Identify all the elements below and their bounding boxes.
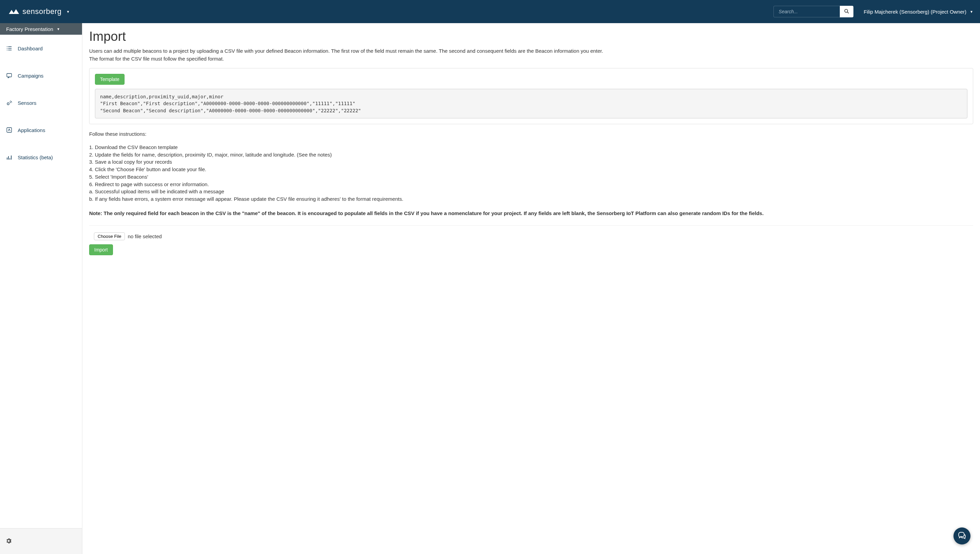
sidebar-item-label: Sensors [18,100,37,106]
sidebar-item-sensors[interactable]: Sensors [0,89,82,116]
sidebar-item-label: Dashboard [18,46,43,51]
caret-down-icon: ▼ [56,27,60,31]
search-icon [844,9,849,14]
search-input[interactable] [773,6,840,18]
search-group [773,6,853,18]
instructions-note: Note: The only required field for each b… [89,210,973,217]
brand-name: sensorberg [22,7,62,16]
intro-text: Users can add multiple beacons to a proj… [89,47,973,63]
file-input-row: Choose File no file selected [94,232,973,240]
user-menu[interactable]: Filip Majcherek (Sensorberg) (Project Ow… [864,9,973,14]
user-label: Filip Majcherek (Sensorberg) (Project Ow… [864,9,966,14]
sidebar-footer [0,528,82,554]
sidebar-item-statistics[interactable]: Statistics (beta) [0,143,82,171]
instructions-steps: 1. Download the CSV Beacon template 2. U… [89,143,973,203]
divider [89,225,973,226]
chat-icon [958,531,966,541]
app-icon [6,127,12,133]
instructions-title: Follow these instructions: [89,131,973,137]
csv-example: name,description,proximity_uuid,major,mi… [95,89,967,118]
chat-fab[interactable] [953,527,970,544]
beacon-icon [6,100,12,106]
project-selector[interactable]: Factory Presentation ▼ [0,23,82,35]
caret-down-icon: ▼ [970,10,973,14]
sidebar-item-label: Campaigns [18,73,43,79]
header-right: Filip Majcherek (Sensorberg) (Project Ow… [773,6,973,18]
sidebar-item-campaigns[interactable]: Campaigns [0,62,82,89]
sidebar-item-dashboard[interactable]: Dashboard [0,35,82,62]
bars-icon [6,154,12,160]
search-button[interactable] [840,6,853,18]
sidebar-item-applications[interactable]: Applications [0,116,82,143]
sidebar-item-label: Applications [18,127,45,133]
svg-line-1 [848,12,849,13]
svg-rect-8 [7,73,11,77]
comment-icon [6,72,12,79]
sidebar: Factory Presentation ▼ Dashboard Campaig… [0,23,82,554]
list-icon [6,45,12,51]
caret-down-icon: ▼ [66,10,70,14]
template-panel: Template name,description,proximity_uuid… [89,68,973,124]
svg-point-9 [7,103,9,105]
project-label: Factory Presentation [6,26,53,32]
sidebar-item-label: Statistics (beta) [18,154,53,160]
svg-point-0 [845,9,848,12]
app-header: sensorberg ▼ Filip Majcherek (Sensorberg… [0,0,980,23]
brand-dropdown[interactable]: sensorberg ▼ [7,7,70,16]
file-status-label: no file selected [127,234,162,239]
template-button[interactable]: Template [95,74,124,85]
svg-rect-10 [7,127,11,132]
sensorberg-logo-icon [7,8,20,15]
page-title: Import [89,29,973,44]
choose-file-button[interactable]: Choose File [94,232,125,240]
import-button[interactable]: Import [89,244,113,255]
main-content: Import Users can add multiple beacons to… [82,23,980,554]
gear-icon[interactable] [6,538,11,544]
